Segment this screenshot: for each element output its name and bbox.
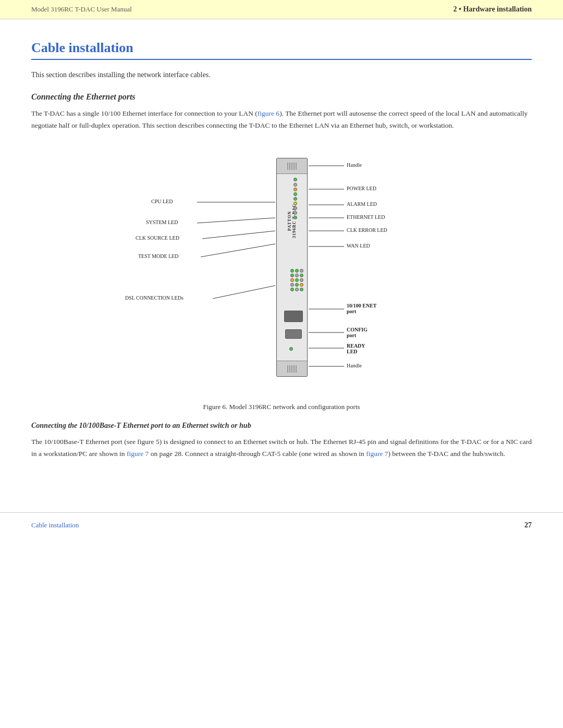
ready-led-label: READYLED [347,343,365,354]
dsl-led-7 [290,278,294,282]
dsl-led-15 [300,288,303,291]
dsl-led-10 [290,283,294,287]
dsl-led-14 [295,288,299,291]
enet-port-label: 10/100 ENETport [347,303,377,314]
section1-heading: Connecting the Ethernet ports [31,92,532,102]
handle-top [277,158,307,174]
wan-led-indicator [293,216,297,219]
ethernet-led-indicator [293,197,297,201]
clk-source-led-label: CLK SOURCE LED [136,235,179,241]
header-left: Model 3196RC T-DAC User Manual [31,5,132,14]
device-body: PATTON3196RC T-DAC [276,158,308,377]
ethernet-led-label: ETHERNET LED [347,214,385,220]
footer-right: 27 [524,521,532,529]
figure7-link-2[interactable]: figure 7 [366,450,388,458]
enet-port-visual [284,311,303,322]
dsl-led-12 [300,283,303,287]
header-right: 2 • Hardware installation [454,5,532,14]
svg-line-3 [201,244,275,257]
section2-body: The 10/100Base-T Ethernet port (see figu… [31,436,532,460]
config-port-label: CONFIGport [347,327,368,338]
figure-caption: Figure 6. Model 3196RC network and confi… [203,403,360,411]
dsl-led-4 [290,274,294,277]
header-bar: Model 3196RC T-DAC User Manual 2 • Hardw… [0,0,563,19]
section2-heading: Connecting the 10/100Base-T Ethernet por… [31,422,532,430]
alarm-led-indicator [293,188,297,191]
dsl-led-9 [300,278,303,282]
svg-line-4 [213,286,275,299]
config-port-visual [285,329,302,339]
dsl-led-6 [300,274,303,277]
ready-led-indicator [289,347,293,351]
page-footer: Cable installation 27 [0,512,563,538]
system-led-indicator [293,192,297,196]
footer-left: Cable installation [31,521,79,529]
clk-error-led-label: CLK ERROR LED [347,227,387,233]
svg-line-2 [202,231,275,239]
dsl-led-3 [300,269,303,273]
dsl-led-13 [290,288,294,291]
svg-line-1 [197,218,275,223]
system-led-label: SYSTEM LED [146,219,178,225]
device-diagram: CPU LED SYSTEM LED CLK SOURCE LED TEST M… [120,147,443,398]
dsl-connection-leds-label: DSL CONNECTION LEDs [125,295,183,301]
clk-source-led-indicator [293,202,297,205]
page-title: Cable installation [31,40,532,60]
wan-led-label: WAN LED [347,243,370,249]
dsl-led-2 [295,269,299,273]
alarm-led-label: ALARM LED [347,201,377,207]
figure-container: CPU LED SYSTEM LED CLK SOURCE LED TEST M… [31,147,532,411]
test-mode-led-label: TEST MODE LED [138,253,179,259]
clk-error-led-indicator [293,206,297,210]
handle-bottom-label: Handle [347,363,362,368]
dsl-led-11 [295,283,299,287]
intro-text: This section describes installing the ne… [31,69,532,81]
page-wrapper: Model 3196RC T-DAC User Manual 2 • Hardw… [0,0,563,728]
handle-top-label: Handle [347,162,362,168]
test-mode-led-indicator [293,211,297,215]
handle-bottom [277,361,307,376]
dsl-led-8 [295,278,299,282]
cpu-led-label: CPU LED [151,199,173,204]
power-led-label: POWER LED [347,186,376,191]
dsl-led-5 [295,274,299,277]
section1-body: The T-DAC has a single 10/100 Ethernet i… [31,108,532,132]
offline-led-indicator [293,183,297,187]
main-content: Cable installation This section describe… [0,19,563,502]
power-led-indicator [293,178,297,181]
figure7-link-1[interactable]: figure 7 [127,450,149,458]
dsl-led-1 [290,269,294,273]
figure6-link[interactable]: figure 6 [258,109,279,117]
